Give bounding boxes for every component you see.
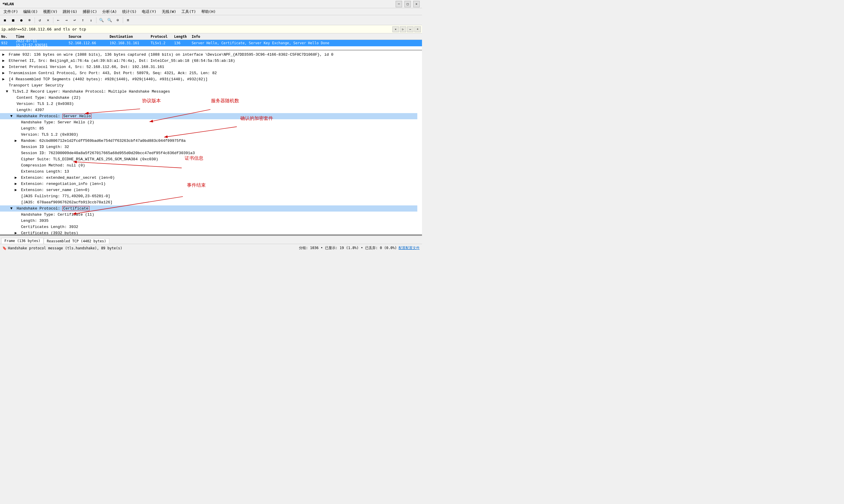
filter-apply-icon[interactable]: ← xyxy=(407,26,413,32)
detail-ja3s-full-text: [JA3S Fullstring: 771,49200,23-65281-0] xyxy=(21,194,110,198)
expand-certs-icon[interactable]: ▶ xyxy=(15,230,19,235)
expand-tcp-icon[interactable]: ▶ xyxy=(2,70,6,76)
detail-ja3s-full[interactable]: [JA3S Fullstring: 771,49200,23-65281-0] xyxy=(0,193,417,199)
detail-cert-len[interactable]: Length: 3935 xyxy=(0,218,417,224)
detail-session-id-len[interactable]: Session ID Length: 32 xyxy=(0,144,417,150)
menu-stats[interactable]: 统计(S) xyxy=(120,8,139,15)
packet-row[interactable]: 932 2022-07-11 15:57:57.936581 52.168.11… xyxy=(0,40,422,46)
detail-tls-label[interactable]: Transport Layer Security xyxy=(0,82,417,89)
packet-stats: 分组: 1036 • 已显示: 19 (1.8%) • 已丢弃: 0 (0.0%… xyxy=(299,246,397,251)
col-header-len: Length xyxy=(174,35,192,39)
toolbar-next[interactable]: ↓ xyxy=(87,16,95,24)
detail-ext-len-text: Extensions Length: 13 xyxy=(21,169,69,174)
detail-frame[interactable]: ▶ Frame 932: 136 bytes on wire (1088 bit… xyxy=(0,52,417,58)
config-link[interactable]: 配置配置文件 xyxy=(398,246,420,251)
filter-input[interactable] xyxy=(1,27,391,31)
detail-certs[interactable]: ▶ Certificates (3932 bytes) xyxy=(0,230,417,235)
toolbar-goto[interactable]: ↩ xyxy=(71,16,78,24)
expand-len-icon xyxy=(10,107,14,113)
menu-analyze[interactable]: 分析(A) xyxy=(100,8,119,15)
expand-ip-icon[interactable]: ▶ xyxy=(2,64,6,70)
toolbar-save[interactable]: ● xyxy=(18,16,25,24)
menu-edit[interactable]: 编辑(E) xyxy=(21,8,40,15)
toolbar-fwd[interactable]: → xyxy=(63,16,70,24)
detail-content-type[interactable]: Content Type: Handshake (22) xyxy=(0,95,417,101)
toolbar-prev[interactable]: ↑ xyxy=(79,16,87,24)
detail-session-id[interactable]: Session ID: 762300009de40a8a5f267017665a… xyxy=(0,150,417,156)
bottom-status-text: Handshake protocol message (tls.handshak… xyxy=(8,246,122,250)
detail-ip[interactable]: ▶ Internet Protocol Version 4, Src: 52.1… xyxy=(0,64,417,70)
detail-certs-len[interactable]: Certificates Length: 3932 xyxy=(0,224,417,230)
status-tabs: Frame (136 bytes) Reassembled TCP (4402 … xyxy=(0,236,422,244)
minimize-button[interactable]: ─ xyxy=(396,1,402,7)
expand-reneg-icon[interactable]: ▶ xyxy=(15,181,19,187)
filter-bookmark-icon[interactable]: ▷ xyxy=(400,26,406,32)
toolbar-back[interactable]: ← xyxy=(54,16,62,24)
detail-tcp[interactable]: ▶ Transmission Control Protocol, Src Por… xyxy=(0,70,417,76)
menu-help[interactable]: 帮助(H) xyxy=(199,8,218,15)
bottom-bar: 🔖 Handshake protocol message (tls.handsh… xyxy=(0,244,422,252)
toolbar-zoom-in[interactable]: 🔍 xyxy=(97,16,105,24)
filter-clear-icon[interactable]: ✕ xyxy=(392,26,399,32)
filter-add-icon[interactable]: + xyxy=(414,26,421,32)
sep1 xyxy=(35,17,35,23)
menu-goto[interactable]: 跳转(G) xyxy=(60,8,79,15)
detail-hs-cert[interactable]: ▼ Handshake Protocol: Certificate xyxy=(0,205,417,212)
detail-tcp4[interactable]: ▶ [4 Reassembled TCP Segments (4402 byte… xyxy=(0,76,417,82)
expand-hs-sh-icon[interactable]: ▼ xyxy=(10,113,14,119)
expand-tls-record-icon[interactable]: ▼ xyxy=(6,89,10,94)
detail-cipher-suite[interactable]: Cipher Suite: TLS_ECDHE_RSA_WITH_AES_256… xyxy=(0,156,417,162)
menu-wireless[interactable]: 无线(W) xyxy=(159,8,178,15)
detail-hs-ver[interactable]: Version: TLS 1.2 (0x0303) xyxy=(0,131,417,138)
toolbar-zoom-normal[interactable]: ⊙ xyxy=(114,16,122,24)
packet-proto: TLSv1.2 xyxy=(151,41,174,45)
detail-version-tls[interactable]: Version: TLS 1.2 (0x0303) xyxy=(0,101,417,107)
menu-phone[interactable]: 电话(Y) xyxy=(140,8,159,15)
detail-comp-method[interactable]: Compression Method: null (0) xyxy=(0,162,417,168)
menu-view[interactable]: 视图(V) xyxy=(41,8,60,15)
toolbar-stop[interactable]: ✕ xyxy=(44,16,52,24)
toolbar-zoom-out[interactable]: 🔍 xyxy=(106,16,113,24)
expand-hs-cert-icon[interactable]: ▼ xyxy=(10,206,14,211)
toolbar-reload[interactable]: ↺ xyxy=(36,16,44,24)
menu-file[interactable]: 文件(F) xyxy=(1,8,20,15)
expand-random-icon[interactable]: ▶ xyxy=(15,138,19,144)
maximize-button[interactable]: □ xyxy=(405,1,411,7)
detail-hs-type[interactable]: Handshake Type: Server Hello (2) xyxy=(0,119,417,125)
detail-hs-serverhello[interactable]: ▼ Handshake Protocol: Server Hello xyxy=(0,113,417,119)
expand-ems-icon[interactable]: ▶ xyxy=(15,175,19,180)
detail-ext-len[interactable]: Extensions Length: 13 xyxy=(0,168,417,175)
close-button[interactable]: ✕ xyxy=(413,1,420,7)
tab-reassembled-tcp[interactable]: Reassembled TCP (4402 bytes) xyxy=(44,238,109,244)
menu-bar: 文件(F) 编辑(E) 视图(V) 跳转(G) 捕获(C) 分析(A) 统计(S… xyxy=(0,8,422,15)
detail-eth[interactable]: ▶ Ethernet II, Src: BeijingX_a1:76:4a (a… xyxy=(0,58,417,64)
detail-ext-reneg[interactable]: ▶ Extension: renegotiation_info (len=1) xyxy=(0,181,417,187)
expand-eth-icon[interactable]: ▶ xyxy=(2,58,6,64)
packet-src: 52.168.112.66 xyxy=(69,41,110,45)
detail-comp-method-text: Compression Method: null (0) xyxy=(21,163,85,168)
tab-frame[interactable]: Frame (136 bytes) xyxy=(1,238,44,244)
detail-ext-sni[interactable]: ▶ Extension: server_name (len=0) xyxy=(0,187,417,193)
toolbar-new-capture[interactable]: ◼ xyxy=(1,16,9,24)
detail-frame-text: Frame 932: 136 bytes on wire (1088 bits)… xyxy=(9,52,334,57)
expand-sni-icon[interactable]: ▶ xyxy=(15,187,19,193)
detail-tls-record[interactable]: ▼ TLSv1.2 Record Layer: Handshake Protoc… xyxy=(0,89,417,95)
menu-tools[interactable]: 工具(T) xyxy=(179,8,198,15)
toolbar-close[interactable]: ⊗ xyxy=(26,16,33,24)
expand-frame-icon[interactable]: ▶ xyxy=(2,52,6,57)
toolbar-coloring[interactable]: ≡ xyxy=(124,16,132,24)
detail-random[interactable]: ▶ Random: 62cbd806712e1d2fcdff569bad6e75… xyxy=(0,138,417,144)
expand-tls-icon xyxy=(2,83,6,88)
app-title: *WLAN xyxy=(2,2,14,6)
expand-ja3s-icon xyxy=(15,200,19,205)
expand-sid-icon xyxy=(15,144,19,150)
detail-hs-serverhello-prefix: Handshake Protocol: xyxy=(17,114,62,119)
detail-length-4397[interactable]: Length: 4397 xyxy=(0,107,417,113)
detail-hs-len85[interactable]: Length: 85 xyxy=(0,125,417,131)
detail-ja3s[interactable]: [JA3S: 678aeaf909676262acfb913ccb78a126] xyxy=(0,199,417,205)
detail-ext-ems[interactable]: ▶ Extension: extended_master_secret (len… xyxy=(0,175,417,181)
expand-tcp4-icon[interactable]: ▶ xyxy=(2,76,6,82)
toolbar-open[interactable]: ■ xyxy=(10,16,17,24)
menu-capture[interactable]: 捕获(C) xyxy=(80,8,100,15)
detail-cert-type[interactable]: Handshake Type: Certificate (11) xyxy=(0,212,417,218)
